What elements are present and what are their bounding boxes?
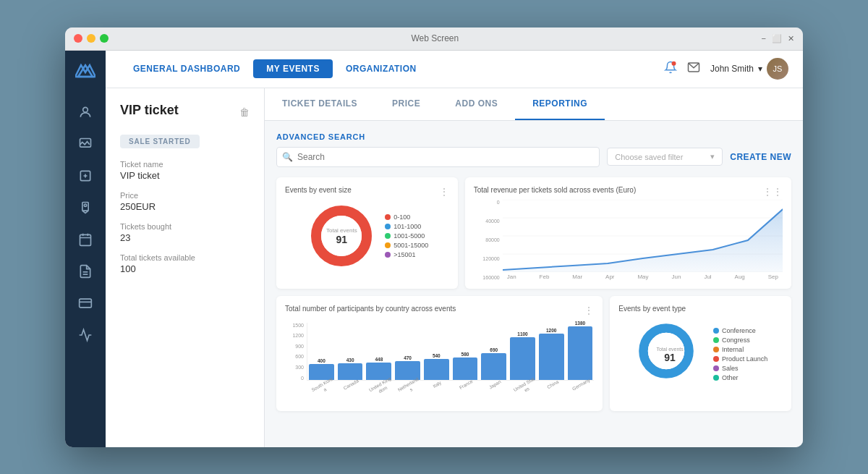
title-bar: Web Screen − ⬜ ✕ — [65, 27, 803, 51]
price-value: 250EUR — [120, 201, 250, 212]
search-input-wrap: 🔍 — [276, 147, 600, 167]
type-legend-dot-5 — [713, 375, 719, 381]
search-row: 🔍 Choose saved filter ▾ CREATE NEW — [276, 147, 791, 167]
participants-chart-menu-icon[interactable]: ⋮ — [584, 305, 594, 316]
sidebar-item-gallery[interactable] — [71, 130, 100, 158]
type-legend-item-3: Product Launch — [713, 355, 767, 363]
legend-label-1: 101-1000 — [393, 223, 421, 230]
participants-chart-title: Total number of participants by country … — [285, 305, 594, 313]
panel-title: VIP ticket — [120, 103, 179, 118]
tab-ticket-details[interactable]: TICKET DETAILS — [265, 88, 375, 120]
price-label: Price — [120, 191, 250, 200]
svg-point-6 — [84, 204, 86, 206]
restore-icon[interactable]: ⬜ — [772, 34, 782, 43]
bar-value-label: 1380 — [575, 321, 585, 326]
type-legend-dot-0 — [713, 328, 719, 334]
right-panel: TICKET DETAILS PRICE ADD ONS REPORTING A… — [265, 88, 803, 447]
tab-bar: TICKET DETAILS PRICE ADD ONS REPORTING — [265, 88, 803, 121]
minimize-icon[interactable]: − — [762, 34, 766, 43]
sidebar-item-badge[interactable] — [71, 193, 100, 222]
legend-dot-4 — [385, 252, 391, 258]
bar-group: 1100 — [510, 331, 535, 380]
search-icon: 🔍 — [282, 152, 293, 162]
events-type-legend: Conference Congress Intern — [713, 327, 767, 381]
notification-button[interactable] — [664, 61, 677, 77]
nav-tabs: GENERAL DASHBOARD MY EVENTS ORGANIZATION — [120, 59, 664, 78]
mail-button[interactable] — [687, 61, 700, 77]
charts-row-2: ⋮ Total number of participants by countr… — [276, 296, 791, 411]
tab-my-events[interactable]: MY EVENTS — [253, 59, 333, 78]
ticket-name-label: Ticket name — [120, 160, 250, 169]
tickets-bought-label: Tickets bought — [120, 222, 250, 231]
donut-chart: Total events 91 — [305, 200, 378, 272]
app-window: Web Screen − ⬜ ✕ — [65, 27, 803, 447]
type-legend-item-0: Conference — [713, 327, 767, 334]
total-tickets-group: Total tickets available 100 — [120, 253, 250, 274]
tab-organization[interactable]: ORGANIZATION — [333, 59, 430, 78]
bar-value-label: 400 — [318, 358, 326, 363]
bar — [510, 337, 535, 380]
bar-value-label: 580 — [461, 352, 469, 357]
revenue-chart-menu-icon[interactable]: ⋮⋮ — [762, 186, 783, 198]
type-legend-label-2: Internal — [722, 346, 744, 353]
donut2-chart: Total events 91 — [634, 318, 706, 391]
user-menu[interactable]: John Smith ▾ JS — [710, 58, 788, 80]
legend-item-0: 0-100 — [385, 213, 428, 221]
legend-item-1: 101-1000 — [385, 223, 428, 230]
bar-value-label: 430 — [346, 357, 354, 363]
events-by-type-chart: Events by event type — [610, 296, 791, 411]
bar-group: 1200 — [539, 328, 564, 380]
user-name: John Smith — [710, 64, 754, 74]
search-input[interactable] — [276, 147, 600, 167]
delete-button[interactable]: 🗑 — [239, 106, 250, 118]
filter-chevron-icon: ▾ — [710, 152, 715, 161]
legend-dot-2 — [385, 233, 391, 239]
tab-add-ons[interactable]: ADD ONS — [438, 88, 515, 120]
total-tickets-value: 100 — [120, 263, 250, 274]
sidebar-item-contacts[interactable] — [71, 98, 100, 127]
type-legend-label-0: Conference — [722, 327, 756, 334]
traffic-lights — [74, 34, 109, 43]
events-by-type-title: Events by event type — [618, 305, 783, 313]
tab-general-dashboard[interactable]: GENERAL DASHBOARD — [120, 59, 253, 78]
maximize-button[interactable] — [100, 34, 109, 43]
donut-total-label: Total events — [326, 227, 357, 233]
bar-value-label: 1200 — [546, 328, 556, 333]
user-avatar: JS — [767, 58, 788, 80]
close-icon[interactable]: ✕ — [788, 34, 794, 43]
chevron-down-icon: ▾ — [758, 64, 762, 74]
type-legend-label-4: Sales — [722, 365, 739, 372]
minimize-button[interactable] — [87, 34, 95, 43]
status-badge: SALE STARTED — [120, 135, 200, 148]
panel-title-row: VIP ticket 🗑 — [120, 103, 250, 122]
legend-label-3: 5001-15000 — [393, 242, 428, 249]
bar-value-label: 690 — [490, 347, 498, 352]
create-new-button[interactable]: CREATE NEW — [730, 152, 791, 162]
legend-item-2: 1001-5000 — [385, 232, 428, 240]
chart-menu-icon[interactable]: ⋮ — [439, 186, 449, 198]
donut-wrap: Total events 91 0-100 — [285, 200, 449, 272]
type-legend-dot-3 — [713, 356, 719, 362]
total-tickets-label: Total tickets available — [120, 253, 250, 262]
sidebar-item-calendar[interactable] — [71, 225, 100, 254]
tickets-bought-value: 23 — [120, 232, 250, 243]
sidebar-item-reports[interactable] — [71, 257, 100, 286]
donut2-total-value: 91 — [656, 351, 683, 363]
svg-point-2 — [83, 107, 88, 112]
donut2-label: Total events 91 — [656, 346, 683, 363]
bar-group: 690 — [481, 347, 506, 380]
close-button[interactable] — [74, 34, 82, 43]
sidebar-item-payment[interactable] — [71, 289, 100, 318]
bar-chart-area: 400430448470540580690110012001380 — [307, 323, 594, 381]
type-legend-item-2: Internal — [713, 346, 767, 353]
legend-dot-1 — [385, 224, 391, 229]
tab-reporting[interactable]: REPORTING — [515, 88, 605, 120]
tab-price[interactable]: PRICE — [375, 88, 438, 120]
advanced-search-label: ADVANCED SEARCH — [276, 132, 791, 141]
app-body: GENERAL DASHBOARD MY EVENTS ORGANIZATION… — [65, 51, 803, 447]
legend-dot-0 — [385, 214, 391, 220]
filter-select[interactable]: Choose saved filter ▾ — [607, 148, 723, 166]
sidebar-item-import[interactable] — [71, 161, 100, 190]
svg-point-12 — [671, 62, 676, 66]
sidebar-item-analytics[interactable] — [71, 321, 100, 350]
